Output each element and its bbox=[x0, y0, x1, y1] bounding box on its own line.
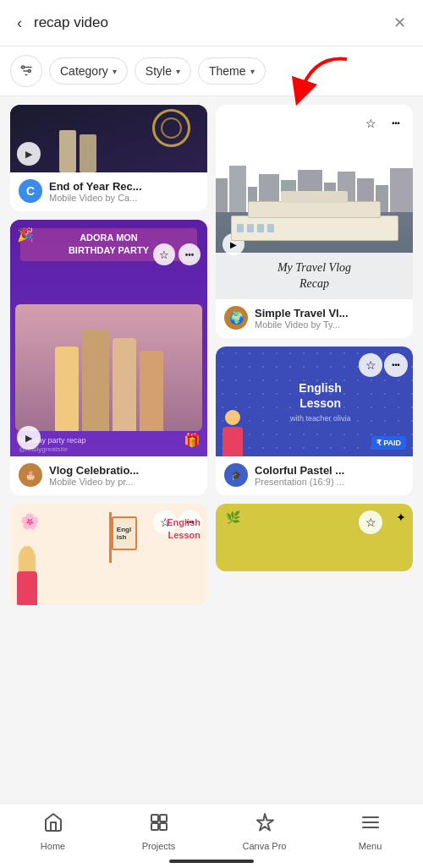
card-sub-english: Presentation (16:9) ... bbox=[255, 477, 404, 487]
card-yellow[interactable]: 🌿 ✦ ☆ bbox=[216, 504, 413, 571]
play-button-birthday[interactable]: ▶ bbox=[17, 426, 41, 450]
content-area: ▶ C End of Year Rec... Mobile Video by C… bbox=[0, 96, 423, 690]
card-thumb-birthday: ADORA MONBIRTHDAY PARTY 🎉 ☆ bbox=[10, 220, 207, 456]
projects-label: Projects bbox=[142, 841, 176, 851]
svg-rect-9 bbox=[160, 823, 167, 830]
svg-rect-6 bbox=[151, 815, 158, 822]
theme-label: Theme bbox=[209, 64, 246, 78]
card-thumb-eoy: ▶ bbox=[10, 105, 207, 172]
canva-pro-icon bbox=[255, 812, 275, 838]
card-sub-eoy: Mobile Video by Ca... bbox=[49, 193, 199, 203]
search-bar: ‹ ✕ bbox=[0, 0, 423, 46]
category-filter-chip[interactable]: Category ▾ bbox=[49, 57, 128, 85]
avatar-english: 🎓 bbox=[224, 463, 248, 487]
theme-filter-chip[interactable]: Theme ▾ bbox=[198, 57, 266, 85]
travel-caption: My Travel VlogRecap bbox=[224, 259, 404, 292]
bottom-nav: Home Projects Canva Pro Me bbox=[0, 803, 423, 868]
home-label: Home bbox=[41, 841, 65, 851]
star-birthday[interactable]: ☆ bbox=[153, 243, 175, 265]
menu-label: Menu bbox=[359, 841, 382, 851]
star-yellow[interactable]: ☆ bbox=[359, 510, 382, 534]
more-travel[interactable]: ••• bbox=[384, 112, 408, 135]
card-thumb-travel: My Travel VlogRecap ▶ ☆ ••• bbox=[216, 105, 413, 299]
style-label: Style bbox=[146, 64, 172, 78]
avatar-birthday: 🎂 bbox=[19, 463, 42, 487]
filter-icon-button[interactable] bbox=[10, 55, 42, 87]
canva-pro-label: Canva Pro bbox=[243, 841, 287, 851]
card-title-english: Colorful Pastel ... bbox=[255, 464, 404, 477]
avatar-travel: 🌍 bbox=[224, 306, 248, 330]
results-grid: ▶ C End of Year Rec... Mobile Video by C… bbox=[10, 105, 413, 605]
svg-rect-7 bbox=[160, 815, 167, 822]
card-thumb-english-small: 🌸 English EnglishLesson bbox=[10, 504, 207, 605]
home-icon bbox=[43, 812, 63, 838]
card-title-birthday: Vlog Celebratio... bbox=[49, 464, 199, 477]
search-clear-button[interactable]: ✕ bbox=[390, 10, 409, 35]
category-chevron: ▾ bbox=[113, 67, 117, 76]
more-birthday[interactable]: ••• bbox=[179, 243, 201, 265]
card-travel[interactable]: My Travel VlogRecap ▶ ☆ ••• 🌍 Simple Tra… bbox=[216, 105, 413, 338]
card-title-eoy: End of Year Rec... bbox=[49, 180, 199, 193]
nav-projects[interactable]: Projects bbox=[134, 812, 184, 851]
svg-point-4 bbox=[22, 66, 25, 68]
card-text-english: Colorful Pastel ... Presentation (16:9) … bbox=[255, 464, 404, 487]
card-english-lesson[interactable]: EnglishLesson with teacher olivia ☆ ••• … bbox=[216, 347, 413, 495]
card-info-eoy: C End of Year Rec... Mobile Video by Ca.… bbox=[10, 172, 207, 211]
nav-menu[interactable]: Menu bbox=[345, 812, 396, 851]
card-english-small[interactable]: 🌸 English EnglishLesson bbox=[10, 504, 207, 605]
avatar-eoy: C bbox=[19, 179, 42, 203]
svg-point-5 bbox=[28, 70, 30, 73]
back-button[interactable]: ‹ bbox=[14, 11, 25, 35]
search-input-wrap bbox=[34, 14, 382, 31]
filter-row: Category ▾ Style ▾ Theme ▾ bbox=[0, 46, 423, 96]
right-column: My Travel VlogRecap ▶ ☆ ••• 🌍 Simple Tra… bbox=[216, 105, 413, 605]
nav-home[interactable]: Home bbox=[28, 812, 79, 851]
play-button-eoy[interactable]: ▶ bbox=[17, 142, 41, 166]
left-column: ▶ C End of Year Rec... Mobile Video by C… bbox=[10, 105, 207, 605]
card-text-eoy: End of Year Rec... Mobile Video by Ca... bbox=[49, 180, 199, 203]
star-travel[interactable]: ☆ bbox=[359, 112, 382, 135]
card-sub-travel: Mobile Video by Ty... bbox=[255, 319, 404, 330]
paid-badge: ₹ PAID bbox=[371, 436, 406, 450]
card-info-travel: 🌍 Simple Travel Vl... Mobile Video by Ty… bbox=[216, 299, 413, 338]
more-english[interactable]: ••• bbox=[384, 353, 408, 377]
card-text-travel: Simple Travel Vl... Mobile Video by Ty..… bbox=[255, 307, 404, 330]
card-info-english: 🎓 Colorful Pastel ... Presentation (16:9… bbox=[216, 456, 413, 495]
card-end-of-year[interactable]: ▶ C End of Year Rec... Mobile Video by C… bbox=[10, 105, 207, 211]
style-filter-chip[interactable]: Style ▾ bbox=[135, 57, 191, 85]
card-title-travel: Simple Travel Vl... bbox=[255, 307, 404, 319]
card-birthday[interactable]: ADORA MONBIRTHDAY PARTY 🎉 ☆ bbox=[10, 220, 207, 495]
home-indicator bbox=[169, 860, 254, 863]
card-thumb-english-lesson: EnglishLesson with teacher olivia ☆ ••• … bbox=[216, 347, 413, 456]
search-input[interactable] bbox=[34, 14, 382, 31]
card-thumb-yellow: 🌿 ✦ ☆ bbox=[216, 504, 413, 571]
star-english[interactable]: ☆ bbox=[359, 353, 382, 377]
card-sub-birthday: Mobile Video by pr... bbox=[49, 477, 199, 487]
style-chevron: ▾ bbox=[176, 67, 180, 76]
menu-icon bbox=[360, 812, 381, 838]
card-text-birthday: Vlog Celebratio... Mobile Video by pr... bbox=[49, 464, 199, 487]
svg-rect-8 bbox=[151, 823, 158, 830]
category-label: Category bbox=[60, 64, 108, 78]
nav-canva-pro[interactable]: Canva Pro bbox=[239, 812, 290, 851]
theme-chevron: ▾ bbox=[250, 67, 255, 76]
projects-icon bbox=[149, 812, 169, 838]
card-info-birthday: 🎂 Vlog Celebratio... Mobile Video by pr.… bbox=[10, 456, 207, 495]
